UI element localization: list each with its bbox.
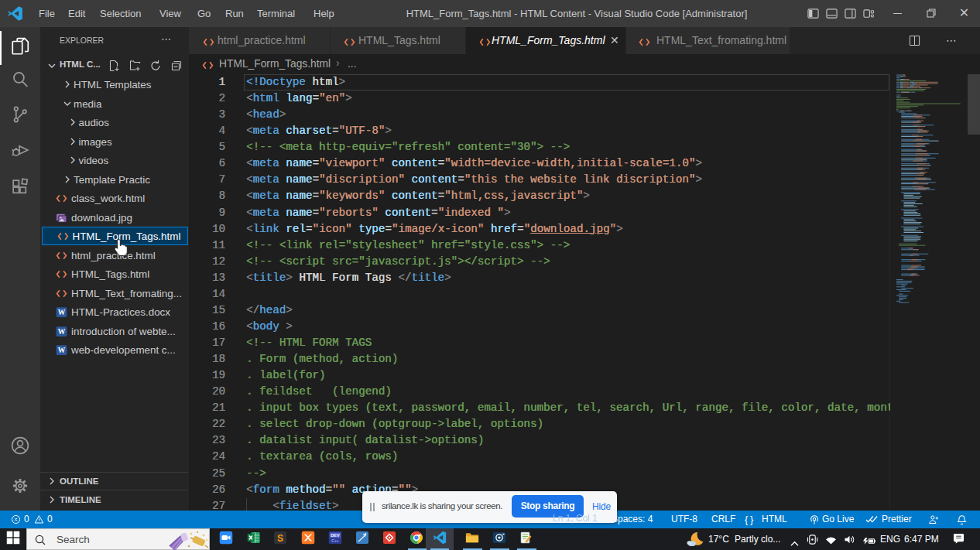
svg-text:W: W	[58, 346, 66, 354]
svg-text:C++: C++	[331, 538, 339, 543]
svg-text:W: W	[58, 327, 66, 336]
svg-text:W: W	[58, 308, 66, 316]
svg-text:S: S	[277, 533, 283, 544]
svg-text:DEV: DEV	[331, 533, 340, 538]
